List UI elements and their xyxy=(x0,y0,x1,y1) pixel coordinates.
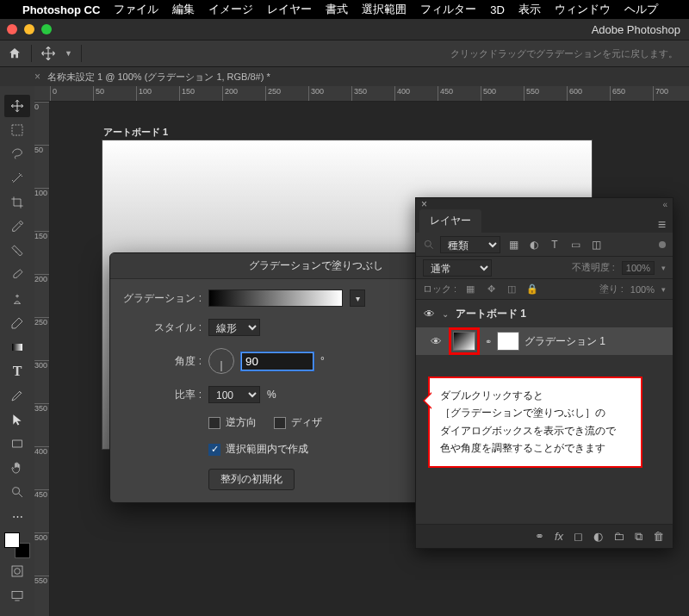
foreground-color-swatch[interactable] xyxy=(4,532,20,548)
new-layer-icon[interactable]: ⧉ xyxy=(635,530,642,544)
add-mask-icon[interactable]: ◻ xyxy=(574,530,583,543)
angle-dial[interactable] xyxy=(208,348,234,374)
menu-image[interactable]: イメージ xyxy=(208,2,253,17)
filter-pixel-icon[interactable]: ▦ xyxy=(506,237,521,252)
layer-name[interactable]: アートボード 1 xyxy=(456,307,526,321)
clone-stamp-tool[interactable] xyxy=(4,288,30,310)
close-tab-icon[interactable]: × xyxy=(34,71,40,83)
opacity-dropdown-icon[interactable]: ▾ xyxy=(661,264,666,272)
align-checkbox[interactable]: ✓ xyxy=(208,444,220,456)
opacity-value[interactable]: 100% xyxy=(622,261,655,275)
lock-all-icon[interactable]: 🔒 xyxy=(525,283,539,295)
move-tool[interactable] xyxy=(4,95,30,117)
panel-menu-icon[interactable]: ≡ xyxy=(651,217,673,233)
lock-position-icon[interactable]: ✥ xyxy=(484,283,498,295)
menu-layer[interactable]: レイヤー xyxy=(267,2,312,17)
filter-type-icon[interactable]: T xyxy=(547,237,562,252)
type-tool[interactable]: T xyxy=(4,360,30,383)
color-swatches[interactable] xyxy=(4,532,30,558)
search-icon[interactable] xyxy=(423,239,435,251)
layer-row-gradient[interactable]: 👁 ⚭ グラデーション 1 xyxy=(416,327,673,355)
new-adjustment-icon[interactable]: ◐ xyxy=(593,530,603,543)
ruler-tick: 50 xyxy=(34,145,50,154)
edit-toolbar-icon[interactable]: ⋯ xyxy=(4,505,30,527)
crop-tool[interactable] xyxy=(4,191,30,214)
filter-shape-icon[interactable]: ▭ xyxy=(568,237,583,252)
app-menu[interactable]: Photoshop CC xyxy=(22,3,100,16)
pen-tool[interactable] xyxy=(4,384,30,407)
menu-edit[interactable]: 編集 xyxy=(172,2,195,17)
ruler-tick: 350 xyxy=(34,403,50,413)
blend-mode-select[interactable]: 通常 xyxy=(423,259,492,277)
close-window-button[interactable] xyxy=(7,24,17,34)
layer-style-icon[interactable]: fx xyxy=(555,530,563,543)
link-icon[interactable]: ⚭ xyxy=(485,337,492,346)
layers-tab[interactable]: レイヤー xyxy=(419,209,481,233)
layer-name[interactable]: グラデーション 1 xyxy=(525,334,605,349)
visibility-eye-icon[interactable]: 👁 xyxy=(421,308,437,320)
hand-tool[interactable] xyxy=(4,457,30,479)
path-selection-tool[interactable] xyxy=(4,408,30,431)
lock-pixels-icon[interactable]: ▦ xyxy=(463,283,477,295)
home-icon[interactable] xyxy=(7,47,22,60)
ruler-tick: 100 xyxy=(136,86,152,102)
panel-collapse-icon[interactable]: « xyxy=(662,200,667,209)
layer-thumbnail[interactable] xyxy=(453,332,475,351)
ruler-tick: 0 xyxy=(34,102,50,111)
menu-select[interactable]: 選択範囲 xyxy=(362,2,407,17)
menu-help[interactable]: ヘルプ xyxy=(624,2,658,17)
scale-select[interactable]: 100 xyxy=(208,386,260,403)
menu-filter[interactable]: フィルター xyxy=(420,2,476,17)
dither-checkbox[interactable] xyxy=(274,417,286,429)
lock-artboard-icon[interactable]: ◫ xyxy=(505,283,518,295)
panel-close-icon[interactable]: × xyxy=(421,198,427,210)
visibility-eye-icon[interactable]: 👁 xyxy=(428,335,444,348)
horizontal-ruler[interactable]: 0501001502002503003504004505005506006507… xyxy=(34,86,689,102)
menu-file[interactable]: ファイル xyxy=(114,2,158,17)
panel-drag-bar[interactable]: × « xyxy=(416,198,673,210)
menu-window[interactable]: ウィンドウ xyxy=(555,2,611,17)
menu-view[interactable]: 表示 xyxy=(518,2,541,17)
lasso-tool[interactable] xyxy=(4,143,30,165)
rectangle-tool[interactable] xyxy=(4,432,30,455)
fill-value[interactable]: 100% xyxy=(630,284,655,295)
menu-type[interactable]: 書式 xyxy=(326,2,348,17)
vertical-ruler[interactable]: 050100150200250300350400450500550600 xyxy=(34,102,50,616)
screen-mode-icon[interactable] xyxy=(4,584,30,607)
ruler-tick: 200 xyxy=(34,274,50,283)
layer-mask-thumbnail[interactable] xyxy=(497,332,519,351)
layer-row-artboard[interactable]: 👁 ⌄ アートボード 1 xyxy=(416,300,673,327)
zoom-window-button[interactable] xyxy=(41,24,52,34)
healing-brush-tool[interactable] xyxy=(4,240,30,262)
disclosure-icon[interactable]: ⌄ xyxy=(442,309,450,319)
angle-input[interactable] xyxy=(241,352,313,370)
link-layers-icon[interactable]: ⚭ xyxy=(535,530,544,543)
document-tab[interactable]: × 名称未設定 1 @ 100% (グラデーション 1, RGB/8#) * xyxy=(34,71,270,84)
gradient-picker-dropdown-icon[interactable]: ▾ xyxy=(350,289,365,307)
artboard-label[interactable]: アートボード 1 xyxy=(103,126,168,139)
gradient-tool[interactable] xyxy=(4,336,30,358)
svg-point-5 xyxy=(15,569,21,575)
tool-preset-dropdown-icon[interactable]: ▼ xyxy=(65,49,72,58)
zoom-tool[interactable] xyxy=(4,481,30,503)
gradient-preview[interactable] xyxy=(208,289,343,307)
magic-wand-tool[interactable] xyxy=(4,167,30,190)
filter-adjustment-icon[interactable]: ◐ xyxy=(526,237,542,252)
filter-toggle[interactable] xyxy=(659,241,666,248)
move-tool-icon[interactable] xyxy=(40,46,56,61)
marquee-tool[interactable] xyxy=(4,119,30,141)
style-select[interactable]: 線形 xyxy=(208,319,260,336)
brush-tool[interactable] xyxy=(4,264,30,286)
quick-mask-icon[interactable] xyxy=(4,560,30,582)
fill-dropdown-icon[interactable]: ▾ xyxy=(661,285,666,294)
minimize-window-button[interactable] xyxy=(24,24,34,34)
filter-kind-select[interactable]: 種類 xyxy=(440,236,500,253)
delete-layer-icon[interactable]: 🗑 xyxy=(653,530,664,543)
reverse-checkbox[interactable] xyxy=(208,417,220,429)
filter-smart-icon[interactable]: ◫ xyxy=(588,237,604,252)
eraser-tool[interactable] xyxy=(4,312,30,334)
new-group-icon[interactable]: 🗀 xyxy=(613,530,624,543)
eyedropper-tool[interactable] xyxy=(4,215,30,238)
reset-alignment-button[interactable]: 整列の初期化 xyxy=(208,469,295,490)
menu-3d[interactable]: 3D xyxy=(490,3,505,16)
